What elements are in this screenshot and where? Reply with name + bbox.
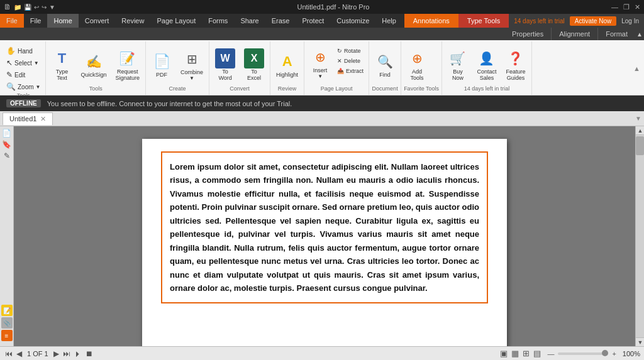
contact-sales-icon: 👤 xyxy=(477,48,497,68)
add-tools-button[interactable]: ⊕ Add Tools xyxy=(404,46,430,83)
status-controls: ▣ ▦ ⊞ ▤ — + 100% xyxy=(500,349,640,358)
sidebar-icon-annotations[interactable]: ✎ xyxy=(4,151,10,160)
ribbon-end: ▲ xyxy=(633,41,643,95)
ribbon-expand-button[interactable]: ▲ xyxy=(633,65,640,72)
subtab-alignment[interactable]: Alignment xyxy=(552,28,598,40)
maximize-button[interactable]: ❐ xyxy=(623,3,630,11)
select-icon: ↖ xyxy=(6,58,13,67)
rotate-button[interactable]: ↻ Rotate xyxy=(335,46,366,55)
quicksign-button[interactable]: ✍ QuickSign xyxy=(77,50,109,80)
view-grid-icon[interactable]: ⊞ xyxy=(523,349,530,358)
doc-tab-close-icon[interactable]: ✕ xyxy=(40,115,46,123)
extract-button[interactable]: 📤 Extract xyxy=(335,67,366,75)
document-view: Lorem ipsum dolor sit amet, consectetur … xyxy=(14,126,635,346)
menu-forms[interactable]: Forms xyxy=(202,14,234,28)
menu-share[interactable]: Share xyxy=(234,14,265,28)
view-scroll-icon[interactable]: ▤ xyxy=(533,349,541,358)
app-icon: 🗎 xyxy=(4,3,11,11)
select-button[interactable]: ↖ Select ▼ xyxy=(4,57,43,68)
window-title: Untitled1.pdf - Nitro Pro xyxy=(297,3,369,11)
pdf-icon: 📄 xyxy=(152,52,172,72)
menu-file-item[interactable]: File xyxy=(24,14,48,28)
ribbon-collapse-button[interactable]: ▲ xyxy=(635,28,644,40)
group-label-page-layout: Page Layout xyxy=(307,85,366,94)
tab-annotations[interactable]: Annotations xyxy=(404,14,458,28)
close-button[interactable]: ✕ xyxy=(635,3,640,11)
group-label-favorite: Favorite Tools xyxy=(404,85,439,94)
group-label-convert: Convert xyxy=(212,85,267,94)
doc-tab-untitled1[interactable]: Untitled1 ✕ xyxy=(3,112,53,125)
toolbar-icon-undo[interactable]: ↩ xyxy=(34,4,39,11)
menu-help[interactable]: Help xyxy=(375,14,402,28)
login-button[interactable]: Log In xyxy=(621,18,639,25)
nav-stop-button[interactable]: ⏹ xyxy=(84,349,94,358)
activate-button[interactable]: Activate Now xyxy=(570,16,616,26)
zoom-slider[interactable] xyxy=(558,352,608,355)
menu-erase[interactable]: Erase xyxy=(265,14,296,28)
scrollbar-up-button[interactable]: ▲ xyxy=(636,126,644,135)
hand-button[interactable]: ✋ Hand xyxy=(4,45,43,57)
sidebar-sticky-note-icon[interactable]: 📝 xyxy=(1,305,13,316)
nav-play-button[interactable]: ⏵ xyxy=(73,349,83,358)
to-excel-button[interactable]: X To Excel xyxy=(241,46,267,83)
quicksign-icon: ✍ xyxy=(84,52,104,72)
sidebar-extra-icon[interactable]: ≡ xyxy=(1,330,13,341)
sidebar-icon-pages[interactable]: 📄 xyxy=(2,129,11,138)
ribbon-group-convert: W To Word X To Excel Convert xyxy=(209,41,270,95)
offline-message: You seem to be offline. Connect to your … xyxy=(47,100,292,107)
insert-button[interactable]: ⊕ Insert ▼ xyxy=(307,45,333,81)
toolbar-icon-redo[interactable]: ↪ xyxy=(42,4,47,11)
feature-guides-button[interactable]: ❓ Feature Guides xyxy=(502,46,529,83)
menu-protect[interactable]: Protect xyxy=(296,14,330,28)
menu-review[interactable]: Review xyxy=(115,14,150,28)
title-bar: 🗎 📁 💾 ↩ ↪ ▼ Untitled1.pdf - Nitro Pro — … xyxy=(0,0,644,14)
contact-sales-button[interactable]: 👤 Contact Sales xyxy=(474,46,500,83)
nav-last-button[interactable]: ⏭ xyxy=(62,349,72,358)
nav-next-button[interactable]: ▶ xyxy=(52,349,60,358)
menu-home[interactable]: Home xyxy=(47,14,78,28)
combine-button[interactable]: ⊞ Combine ▼ xyxy=(177,47,206,83)
toolbar-icon-open[interactable]: 📁 xyxy=(14,4,21,11)
sidebar-attachment-icon[interactable]: 📎 xyxy=(1,317,13,329)
status-bar: ⏮ ◀ 1 OF 1 ▶ ⏭ ⏵ ⏹ ▣ ▦ ⊞ ▤ — + 100% xyxy=(0,346,644,360)
nav-prev-button[interactable]: ◀ xyxy=(15,349,23,358)
highlight-button[interactable]: A Highlight xyxy=(273,50,301,80)
scrollbar-thumb[interactable] xyxy=(636,136,644,155)
request-signature-button[interactable]: 📝 Request Signature xyxy=(113,46,143,83)
delete-button[interactable]: ✕ Delete xyxy=(335,57,366,65)
page-info: 1 OF 1 xyxy=(27,350,48,357)
minimize-button[interactable]: — xyxy=(611,3,618,11)
to-word-icon: W xyxy=(215,48,235,68)
sidebar-icon-bookmarks[interactable]: 🔖 xyxy=(2,140,11,149)
menu-file[interactable]: File xyxy=(0,14,24,28)
view-single-icon[interactable]: ▣ xyxy=(500,349,508,358)
zoom-in-button[interactable]: + xyxy=(612,350,616,357)
to-word-button[interactable]: W To Word xyxy=(212,46,238,83)
subtab-properties[interactable]: Properties xyxy=(504,28,552,40)
menu-customize[interactable]: Customize xyxy=(330,14,375,28)
toolbar-dropdown[interactable]: ▼ xyxy=(49,4,55,11)
zoom-level: 100% xyxy=(623,350,640,357)
toolbar-icon-save[interactable]: 💾 xyxy=(24,4,31,11)
subtab-format[interactable]: Format xyxy=(598,28,635,40)
zoom-button[interactable]: 🔍 Zoom ▼ xyxy=(4,81,43,92)
pdf-button[interactable]: 📄 PDF xyxy=(148,50,175,80)
tabs-scroll-right-icon[interactable]: ▼ xyxy=(635,115,641,122)
menu-convert[interactable]: Convert xyxy=(79,14,116,28)
scrollbar-down-button[interactable]: ▼ xyxy=(636,337,644,346)
tab-type-tools[interactable]: Type Tools xyxy=(458,14,509,28)
type-text-icon: T xyxy=(52,48,72,68)
nav-first-button[interactable]: ⏮ xyxy=(4,349,14,358)
view-double-icon[interactable]: ▦ xyxy=(511,349,519,358)
buy-now-icon: 🛒 xyxy=(448,48,468,68)
zoom-out-button[interactable]: — xyxy=(547,350,554,357)
offline-badge: OFFLINE xyxy=(6,99,41,107)
menu-page-layout[interactable]: Page Layout xyxy=(150,14,202,28)
edit-button[interactable]: ✎ Edit xyxy=(4,69,43,80)
type-text-button[interactable]: T Type Text xyxy=(48,46,75,83)
find-button[interactable]: 🔍 Find xyxy=(372,50,398,80)
window-controls: — ❐ ✕ xyxy=(611,3,640,11)
zoom-slider-thumb[interactable] xyxy=(602,350,608,356)
right-scrollbar[interactable]: ▲ ▼ xyxy=(635,126,644,346)
buy-now-button[interactable]: 🛒 Buy Now xyxy=(445,46,471,83)
